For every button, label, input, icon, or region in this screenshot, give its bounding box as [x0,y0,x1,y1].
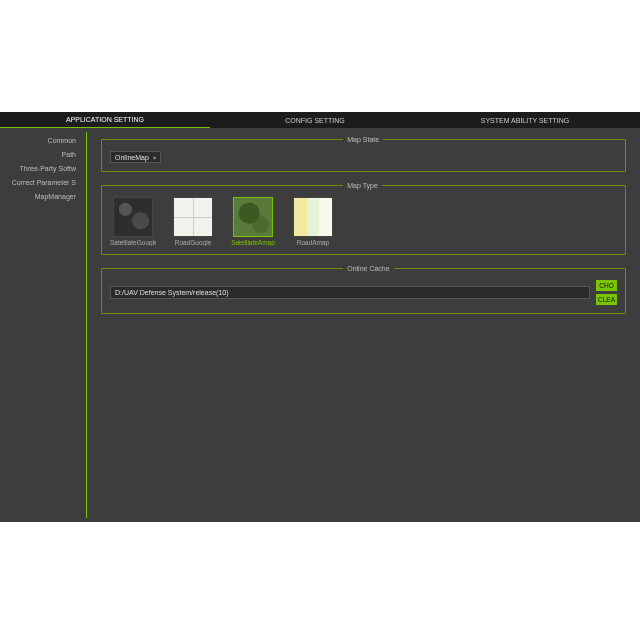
main-panel: Map State OnlineMap ▾ Map Type Satelliat… [87,128,640,522]
group-map-state-legend: Map State [343,136,383,143]
map-thumb-satellite-google [113,197,153,237]
sidebar-item-correct-parameter[interactable]: Correct Parameter S [4,176,82,190]
map-option-satellite-amap[interactable]: SatelliateAmap [230,197,276,246]
map-state-select[interactable]: OnlineMap ▾ [110,151,161,163]
settings-window: { "tabs": { "application": "APPLICATION … [0,112,640,522]
tab-config-setting[interactable]: CONFIG SETTING [210,112,420,128]
tab-system-ability-setting[interactable]: SYSTEM ABILITY SETTING [420,112,630,128]
map-thumb-road-google [173,197,213,237]
map-state-select-value: OnlineMap [115,154,149,161]
map-option-satellite-google[interactable]: SatelliateGoogle [110,197,156,246]
map-option-road-google[interactable]: RoadGoogle [170,197,216,246]
map-option-road-amap[interactable]: RoadAmap [290,197,336,246]
tab-bar: APPLICATION SETTING CONFIG SETTING SYSTE… [0,112,640,128]
tab-application-setting[interactable]: APPLICATION SETTING [0,112,210,128]
sidebar: Common Path Three-Party Softw Correct Pa… [0,128,86,522]
group-map-type: Map Type SatelliateGoogle RoadGoogle Sat… [101,182,626,255]
group-map-type-legend: Map Type [343,182,382,189]
map-label-road-amap: RoadAmap [290,239,336,246]
group-map-state: Map State OnlineMap ▾ [101,136,626,172]
sidebar-item-common[interactable]: Common [4,134,82,148]
clear-button[interactable]: CLEA [596,294,617,305]
group-online-cache: Online Cache D:/UAV Defense System/relea… [101,265,626,314]
cache-path-value: D:/UAV Defense System/release(10) [115,289,228,296]
sidebar-item-map-manager[interactable]: MapManager [4,190,82,204]
choose-button[interactable]: CHO [596,280,617,291]
group-online-cache-legend: Online Cache [343,265,393,272]
sidebar-item-path[interactable]: Path [4,148,82,162]
sidebar-item-thirdparty[interactable]: Three-Party Softw [4,162,82,176]
cache-path-input[interactable]: D:/UAV Defense System/release(10) [110,286,590,299]
map-label-road-google: RoadGoogle [170,239,216,246]
map-label-satellite-amap: SatelliateAmap [230,239,276,246]
map-label-satellite-google: SatelliateGoogle [110,239,156,246]
map-thumb-satellite-amap [233,197,273,237]
chevron-down-icon: ▾ [153,154,156,161]
map-thumb-road-amap [293,197,333,237]
